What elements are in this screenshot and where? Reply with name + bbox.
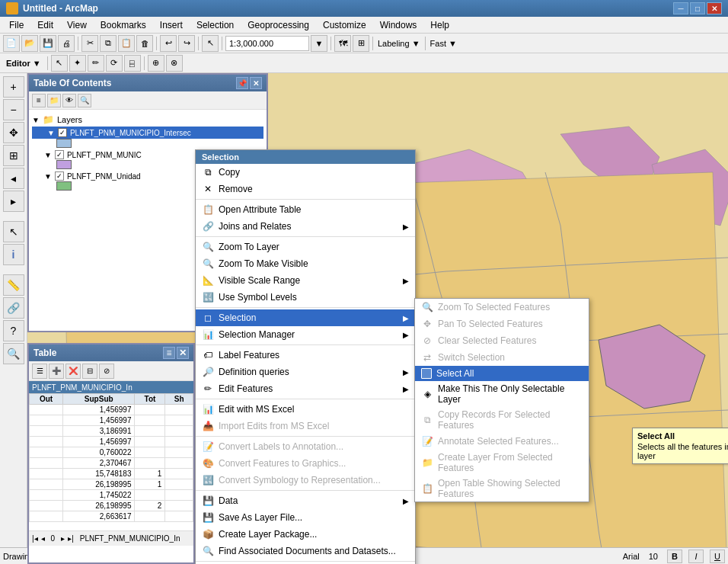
ctx-scale-range[interactable]: 📐 Visible Scale Range ▶ xyxy=(196,272,415,289)
ctx-copy[interactable]: ⧉ Copy xyxy=(196,164,415,181)
table-row[interactable]: 0,760022 xyxy=(30,447,193,458)
table-row[interactable]: 1,456997 xyxy=(30,415,193,426)
ctx-edit[interactable]: ✏ Edit Features ▶ xyxy=(196,380,415,397)
paste-button[interactable]: 📋 xyxy=(118,35,135,52)
reshape-tool[interactable]: ⟳ xyxy=(106,55,123,72)
toc-visible-btn[interactable]: 👁 xyxy=(62,94,76,107)
ctx-zoom-layer[interactable]: 🔍 Zoom To Layer xyxy=(196,239,415,255)
ctx-symbol-levels[interactable]: 🔣 Use Symbol Levels xyxy=(196,289,415,306)
menu-edit[interactable]: Edit xyxy=(31,18,59,32)
menu-bookmarks[interactable]: Bookmarks xyxy=(94,18,152,32)
menu-file[interactable]: File xyxy=(3,18,30,32)
table-clear-btn[interactable]: ⊘ xyxy=(99,364,114,379)
toc-pin-button[interactable]: 📌 xyxy=(236,77,248,89)
table-row[interactable]: 1,456997 xyxy=(30,405,193,415)
ctx-open-attr[interactable]: 📋 Open Attribute Table xyxy=(196,201,415,218)
ctx-joins[interactable]: 🔗 Joins and Relates ▶ xyxy=(196,218,415,235)
identify-button[interactable]: ? xyxy=(3,320,24,341)
menu-windows[interactable]: Windows xyxy=(374,18,423,32)
ctx-zoom-visible[interactable]: 🔍 Zoom To Make Visible xyxy=(196,255,415,272)
pan-button[interactable]: ✥ xyxy=(3,122,24,143)
table-row[interactable]: 2,663617 xyxy=(30,511,193,522)
nav-first[interactable]: |◂ xyxy=(32,534,38,543)
back-extent-button[interactable]: ◂ xyxy=(3,168,24,189)
menu-help[interactable]: Help xyxy=(424,18,455,32)
ctx-selection-mgr[interactable]: 📊 Selection Manager ▶ xyxy=(196,326,415,343)
italic-btn[interactable]: I xyxy=(688,550,704,563)
print-button[interactable]: 🖨 xyxy=(58,35,75,52)
ctx-create-pkg[interactable]: 📦 Create Layer Package... xyxy=(196,526,415,543)
edit-vertices[interactable]: ✦ xyxy=(69,55,86,72)
layer1-check[interactable]: ✓ xyxy=(58,128,67,137)
layer2-check[interactable]: ✓ xyxy=(55,150,64,159)
search-button[interactable]: 🔍 xyxy=(3,343,24,364)
layer3-check[interactable]: ✓ xyxy=(55,171,64,181)
table-new-btn[interactable]: ➕ xyxy=(49,364,64,379)
redo-button[interactable]: ↪ xyxy=(178,35,195,52)
full-extent-button[interactable]: ⊞ xyxy=(3,145,24,166)
table-row[interactable]: 26,1989951 xyxy=(30,479,193,490)
scale-dropdown[interactable]: 1:3,000.000 xyxy=(225,36,309,51)
split-tool[interactable]: ⌸ xyxy=(124,55,141,72)
toc-list-btn[interactable]: ≡ xyxy=(32,94,46,107)
copy-button[interactable]: ⧉ xyxy=(100,35,117,52)
table-row[interactable]: 1,745022 xyxy=(30,490,193,501)
table-filter-btn[interactable]: ⊟ xyxy=(82,364,97,379)
zoom-out-button[interactable]: − xyxy=(3,99,24,120)
ctx2-only-sel[interactable]: ◈ Make This The Only Selectable Layer xyxy=(415,381,589,407)
zoom-in-button[interactable]: + xyxy=(3,76,24,98)
layers-expand-icon[interactable]: ▼ xyxy=(32,116,40,124)
menu-geoprocessing[interactable]: Geoprocessing xyxy=(241,18,315,32)
ctx-save-layer[interactable]: 💾 Save As Layer File... xyxy=(196,509,415,526)
toc-search-btn[interactable]: 🔍 xyxy=(78,94,91,107)
minimize-button[interactable]: ─ xyxy=(673,2,688,14)
ctx-selection[interactable]: ◻ Selection ▶ xyxy=(196,309,415,326)
undo-button[interactable]: ↩ xyxy=(160,35,177,52)
table-grid[interactable]: Out SupSub Tot Sh 1,4569971,4569973,1869… xyxy=(29,393,193,530)
cut-button[interactable]: ✂ xyxy=(81,35,98,52)
save-button[interactable]: 💾 xyxy=(40,35,56,52)
table-row[interactable]: 2,370467 xyxy=(30,458,193,469)
nav-last[interactable]: ▸| xyxy=(68,534,74,543)
underline-btn[interactable]: U xyxy=(710,550,725,563)
bold-btn[interactable]: B xyxy=(667,550,682,563)
full-extent[interactable]: ⊞ xyxy=(353,35,369,52)
table-row[interactable]: 26,1989952 xyxy=(30,501,193,511)
ctx-def-query[interactable]: 🔎 Definition queries ▶ xyxy=(196,364,415,380)
delete-button[interactable]: 🗑 xyxy=(136,35,153,52)
table-row[interactable]: 3,186991 xyxy=(30,426,193,437)
snap-tool[interactable]: ⊗ xyxy=(166,55,183,72)
nav-next[interactable]: ▸ xyxy=(61,534,65,543)
new-button[interactable]: 📄 xyxy=(3,35,20,52)
table-row[interactable]: 1,456997 xyxy=(30,437,193,447)
toc-source-btn[interactable]: 📁 xyxy=(47,94,61,107)
ctx2-select-all[interactable]: Select All xyxy=(415,366,589,381)
maximize-button[interactable]: □ xyxy=(690,2,705,14)
menu-view[interactable]: View xyxy=(61,18,93,32)
close-button[interactable]: ✕ xyxy=(707,2,722,14)
table-close-btn[interactable]: ✕ xyxy=(177,347,189,359)
ctx-excel[interactable]: 📊 Edit with MS Excel xyxy=(196,401,415,418)
info-button[interactable]: i xyxy=(3,244,24,265)
scale-expand[interactable]: ▼ xyxy=(311,35,327,52)
ctx-find-assoc[interactable]: 🔍 Find Associated Documents and Datasets… xyxy=(196,543,415,559)
pointer-button[interactable]: ↖ xyxy=(202,35,219,52)
forward-extent-button[interactable]: ▸ xyxy=(3,191,24,212)
open-button[interactable]: 📂 xyxy=(21,35,38,52)
menu-selection[interactable]: Selection xyxy=(190,18,240,32)
table-row[interactable]: 15,7481831 xyxy=(30,469,193,479)
ctx-data[interactable]: 💾 Data ▶ xyxy=(196,492,415,509)
nav-prev[interactable]: ◂ xyxy=(41,534,45,543)
ctx-label[interactable]: 🏷 Label Features xyxy=(196,347,415,364)
toc-close-button[interactable]: ✕ xyxy=(250,77,262,89)
layer1-item[interactable]: ▼ ✓ PLNFT_PNM_MUNICIPIO_Intersec xyxy=(32,127,263,139)
table-del-btn[interactable]: ❌ xyxy=(65,364,81,379)
merge-tool[interactable]: ⊕ xyxy=(148,55,164,72)
table-option-btn[interactable]: ☰ xyxy=(32,364,47,379)
menu-customize[interactable]: Customize xyxy=(317,18,372,32)
measure-button[interactable]: 📏 xyxy=(3,274,24,296)
hyperlink-button[interactable]: 🔗 xyxy=(3,297,24,319)
map-extent[interactable]: 🗺 xyxy=(334,35,351,52)
select-button[interactable]: ↖ xyxy=(3,221,24,242)
edit-tool[interactable]: ↖ xyxy=(51,55,68,72)
